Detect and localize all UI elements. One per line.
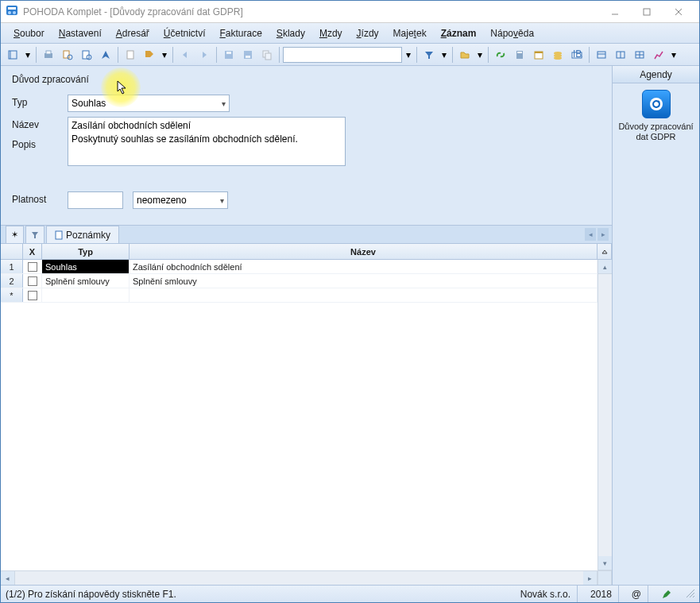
table-row[interactable]: 1SouhlasZasílání obchodních sdělení bbox=[1, 260, 598, 274]
select-platnost-mode[interactable]: neomezeno ▾ bbox=[133, 191, 228, 209]
side-item-label: Důvody zpracování dat GDPR bbox=[616, 122, 696, 142]
copy-icon[interactable] bbox=[258, 46, 276, 64]
input-platnost[interactable] bbox=[68, 191, 123, 209]
grid: X Typ Název 1SouhlasZasílání obchodních … bbox=[1, 244, 612, 585]
svg-rect-1 bbox=[8, 7, 16, 10]
select-typ-value: Souhlas bbox=[72, 98, 106, 109]
toolbar-btn-1[interactable] bbox=[4, 46, 21, 64]
horizontal-scrollbar[interactable]: ◂ ▸ bbox=[1, 570, 612, 585]
row-checkbox[interactable] bbox=[23, 288, 42, 302]
folder-dd[interactable]: ▾ bbox=[475, 47, 485, 63]
grid-header-scroll[interactable] bbox=[598, 244, 612, 259]
scroll-down-icon[interactable]: ▾ bbox=[598, 556, 612, 570]
toolbar-dd-2[interactable]: ▾ bbox=[160, 47, 169, 63]
menu-ucetnictvi[interactable]: Účetnictví bbox=[157, 26, 212, 41]
tag-icon[interactable] bbox=[141, 46, 158, 64]
forward-icon[interactable] bbox=[195, 46, 213, 64]
tab-nav-right[interactable]: ▸ bbox=[598, 228, 609, 241]
scroll-up-icon[interactable]: ▴ bbox=[598, 260, 612, 274]
textarea-nazev-popis: Zasílání obchodních sdělení Poskytnutý s… bbox=[68, 117, 346, 166]
filter-icon[interactable] bbox=[420, 46, 438, 64]
chevron-down-icon: ▾ bbox=[220, 196, 224, 205]
cell-nazev[interactable] bbox=[130, 288, 598, 302]
table-row-new[interactable]: * bbox=[1, 288, 598, 303]
filter-dd[interactable]: ▾ bbox=[439, 47, 449, 63]
back-icon[interactable] bbox=[176, 46, 194, 64]
label-platnost: Platnost bbox=[12, 191, 68, 205]
tab-poznamky[interactable]: Poznámky bbox=[46, 226, 119, 243]
svg-rect-4 bbox=[644, 9, 650, 15]
save-icon[interactable] bbox=[220, 46, 238, 64]
maximize-button[interactable] bbox=[631, 2, 663, 21]
table-row[interactable]: 2Splnění smlouvySplnění smlouvy bbox=[1, 274, 598, 288]
send-icon[interactable] bbox=[97, 46, 114, 64]
grid-header-rownum[interactable] bbox=[1, 244, 23, 259]
value-popis[interactable]: Poskytnutý souhlas se zasíláním obchodní… bbox=[72, 133, 342, 145]
menu-fakturace[interactable]: Fakturace bbox=[213, 26, 268, 41]
layout2-icon[interactable] bbox=[612, 46, 629, 64]
row-number: 1 bbox=[1, 260, 23, 273]
menu-napoveda[interactable]: Nápověda bbox=[484, 26, 540, 41]
svg-point-2 bbox=[8, 11, 11, 14]
svg-point-32 bbox=[650, 98, 663, 110]
scroll-right-icon[interactable]: ▸ bbox=[583, 571, 598, 586]
side-header[interactable]: Agendy bbox=[613, 66, 699, 83]
layout1-icon[interactable] bbox=[593, 46, 610, 64]
menu-majetek[interactable]: Majetek bbox=[387, 26, 433, 41]
status-edit-icon[interactable] bbox=[655, 586, 679, 602]
row-checkbox[interactable] bbox=[23, 260, 42, 273]
row-checkbox[interactable] bbox=[23, 274, 42, 288]
cell-nazev[interactable]: Zasílání obchodních sdělení bbox=[130, 260, 598, 273]
print-preview-icon[interactable] bbox=[59, 46, 76, 64]
select-typ[interactable]: Souhlas ▾ bbox=[68, 95, 230, 112]
iban-icon[interactable]: IBAN bbox=[568, 46, 586, 64]
print-icon[interactable] bbox=[40, 46, 57, 64]
link-icon[interactable] bbox=[492, 46, 509, 64]
cell-typ[interactable]: Splnění smlouvy bbox=[42, 274, 130, 288]
grid-header-nazev[interactable]: Název bbox=[130, 244, 598, 259]
grid-header-x[interactable]: X bbox=[23, 244, 42, 259]
svg-rect-8 bbox=[64, 51, 69, 58]
scroll-left-icon[interactable]: ◂ bbox=[1, 571, 15, 586]
close-button[interactable] bbox=[663, 2, 694, 21]
side-item-gdpr[interactable]: Důvody zpracování dat GDPR bbox=[613, 83, 699, 149]
status-resize-grip[interactable] bbox=[685, 588, 694, 600]
svg-rect-0 bbox=[6, 6, 17, 15]
menu-mzdy[interactable]: Mzdy bbox=[313, 26, 349, 41]
menubar: Sdocument.currentScript.previousElementS… bbox=[1, 23, 699, 44]
toolbar-dd-1[interactable]: ▾ bbox=[23, 47, 33, 63]
menu-nastaveni[interactable]: Nastavení bbox=[52, 26, 108, 41]
cell-typ[interactable]: Souhlas bbox=[42, 260, 130, 273]
page-preview-icon[interactable] bbox=[78, 46, 95, 64]
toolbar-search-dd[interactable]: ▾ bbox=[404, 47, 413, 63]
save2-icon[interactable] bbox=[239, 46, 257, 64]
tab-nav-left[interactable]: ◂ bbox=[585, 228, 596, 241]
chart-dd[interactable]: ▾ bbox=[669, 47, 679, 63]
tab-filter-icon[interactable] bbox=[25, 226, 44, 243]
chart-icon[interactable] bbox=[650, 46, 667, 64]
calendar-icon[interactable] bbox=[530, 46, 547, 64]
minimize-button[interactable] bbox=[599, 2, 631, 21]
new-icon[interactable] bbox=[122, 46, 139, 64]
vertical-scrollbar[interactable]: ▴ ▾ bbox=[598, 260, 612, 570]
status-year: 2018 bbox=[584, 586, 619, 602]
toolbar-search-input[interactable] bbox=[283, 47, 402, 63]
menu-sklady[interactable]: Sklady bbox=[270, 26, 311, 41]
value-nazev[interactable]: Zasílání obchodních sdělení bbox=[72, 120, 342, 131]
cell-typ[interactable] bbox=[42, 288, 130, 302]
menu-zaznam[interactable]: Záznam bbox=[435, 26, 483, 41]
select-platnost-value: neomezeno bbox=[137, 195, 187, 206]
tab-star[interactable]: ✶ bbox=[6, 226, 24, 243]
cell-nazev[interactable]: Splnění smlouvy bbox=[130, 274, 598, 288]
layout3-icon[interactable] bbox=[631, 46, 648, 64]
status-company: Novák s.r.o. bbox=[514, 586, 578, 602]
menu-jizdy[interactable]: Jízdy bbox=[350, 26, 385, 41]
grid-header-typ[interactable]: Typ bbox=[42, 244, 130, 259]
stack-icon[interactable] bbox=[549, 46, 567, 64]
window-title: POHODA Komplet - [Důvody zpracování dat … bbox=[23, 6, 599, 17]
menu-adresar[interactable]: Adresář bbox=[110, 26, 156, 41]
menu-soubor[interactable]: Sdocument.currentScript.previousElementS… bbox=[7, 26, 51, 41]
folder-icon[interactable] bbox=[456, 46, 474, 64]
calc-icon[interactable] bbox=[511, 46, 528, 64]
svg-text:IBAN: IBAN bbox=[573, 49, 582, 60]
